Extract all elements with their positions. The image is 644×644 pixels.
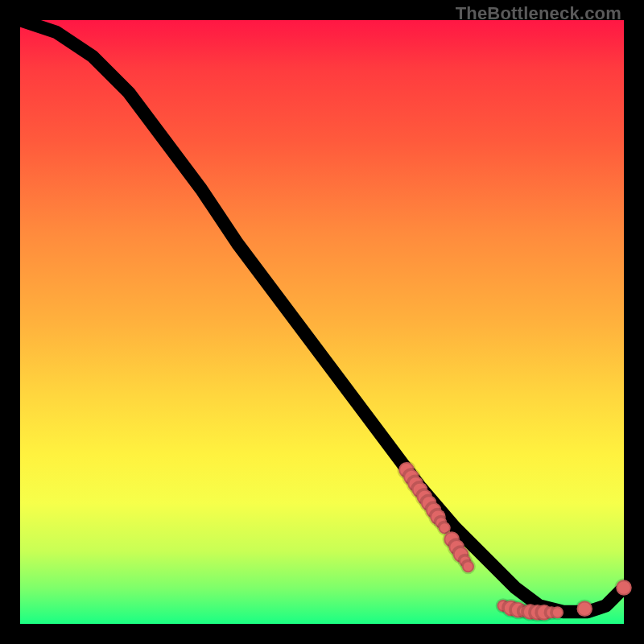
curve-marker (577, 601, 592, 617)
curve-marker (616, 580, 631, 595)
curve-marker (462, 560, 474, 572)
curve-marker (551, 606, 564, 618)
curve-markers (398, 462, 631, 620)
chart-svg (20, 20, 624, 624)
bottleneck-curve-line (20, 20, 624, 612)
chart-container: TheBottleneck.com (0, 0, 644, 644)
